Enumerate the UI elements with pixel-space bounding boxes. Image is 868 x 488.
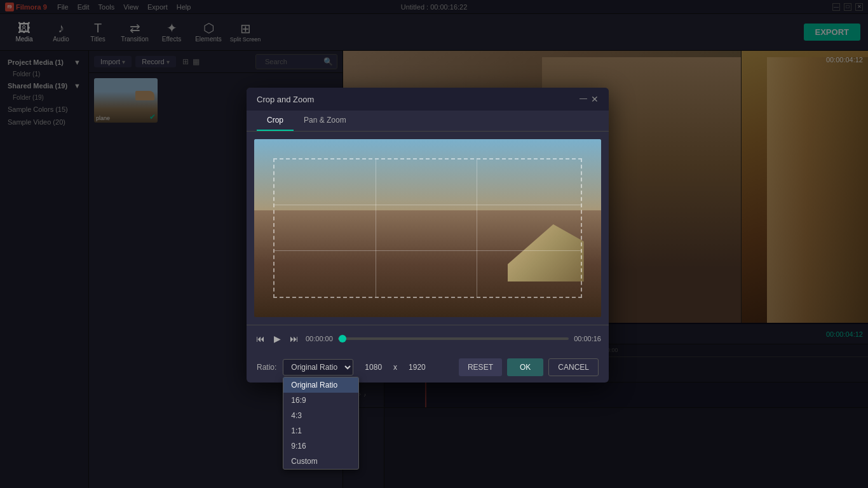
dropdown-item-original[interactable]: Original Ratio <box>283 377 358 393</box>
ratio-height: 1920 <box>409 363 426 372</box>
modal-window-controls: — ✕ <box>580 94 599 104</box>
play-button[interactable]: ▶ <box>272 332 283 346</box>
cancel-button[interactable]: CANCEL <box>548 358 599 376</box>
modal-header: Crop and Zoom — ✕ <box>247 88 609 111</box>
progress-dot <box>339 335 346 342</box>
dialog-tabs: Crop Pan & Zoom <box>247 111 609 132</box>
crop-line-h2 <box>275 250 581 251</box>
crop-line-v2 <box>477 159 477 297</box>
dialog-close-button[interactable]: ✕ <box>591 94 599 104</box>
ratio-dropdown-menu: Original Ratio 16:9 4:3 1:1 9:16 Custom <box>283 377 359 470</box>
time-end: 00:00:16 <box>574 335 601 342</box>
playback-progress[interactable] <box>338 337 569 340</box>
dialog-title: Crop and Zoom <box>257 95 314 104</box>
fast-forward-button[interactable]: ⏭ <box>288 332 301 346</box>
time-start: 00:00:00 <box>306 335 333 342</box>
dropdown-item-custom[interactable]: Custom <box>283 454 358 469</box>
dialog-minimize-button[interactable]: — <box>580 94 587 104</box>
crop-zoom-dialog: Crop and Zoom — ✕ Crop Pan & Zoom <box>247 88 609 383</box>
tab-pan-zoom[interactable]: Pan & Zoom <box>294 111 356 131</box>
dropdown-item-16-9[interactable]: 16:9 <box>283 393 358 408</box>
dropdown-item-1-1[interactable]: 1:1 <box>283 423 358 438</box>
ok-button[interactable]: OK <box>507 358 543 376</box>
crop-overlay[interactable] <box>273 158 582 298</box>
dialog-footer: Ratio: Original Ratio 16:9 4:3 1:1 9:16 … <box>247 352 609 383</box>
reset-button[interactable]: RESET <box>459 358 502 376</box>
crop-line-h1 <box>275 205 581 205</box>
dropdown-item-9-16[interactable]: 9:16 <box>283 438 358 454</box>
ratio-dropdown-container: Original Ratio 16:9 4:3 1:1 9:16 Custom … <box>283 359 353 376</box>
crop-preview <box>254 139 601 317</box>
tab-crop[interactable]: Crop <box>257 111 294 131</box>
ratio-select[interactable]: Original Ratio 16:9 4:3 1:1 9:16 Custom <box>283 359 353 376</box>
dialog-body <box>247 132 609 325</box>
modal-overlay: Crop and Zoom — ✕ Crop Pan & Zoom <box>0 0 868 488</box>
playback-controls: ⏮ ▶ ⏭ 00:00:00 00:00:16 <box>247 325 609 352</box>
crop-line-v1 <box>376 159 376 297</box>
ratio-width: 1080 <box>365 363 382 372</box>
dropdown-item-4-3[interactable]: 4:3 <box>283 408 358 423</box>
ratio-separator: x <box>393 363 397 372</box>
action-buttons: RESET OK CANCEL <box>459 358 599 376</box>
ratio-label: Ratio: <box>257 363 276 372</box>
rewind-button[interactable]: ⏮ <box>254 332 267 346</box>
